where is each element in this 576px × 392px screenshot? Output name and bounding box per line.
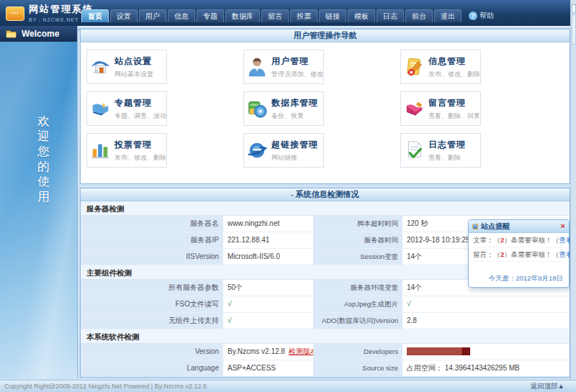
row-value: 50个	[223, 280, 313, 296]
tab-templates[interactable]: 模板	[348, 9, 375, 22]
row-value: 占用空间： 14.3964143426295 MB	[402, 360, 570, 376]
today-date: 今天是：2012年9月18日	[489, 274, 563, 283]
nav-card-grid: 站点设置 网站基本设置 用户管理 管理员添加、修改	[81, 42, 570, 183]
card-subtitle: 查看、删除	[428, 153, 466, 163]
tab-frontend[interactable]: 前台	[405, 9, 433, 22]
check-mark: √	[402, 296, 570, 312]
top-header-bar: ··· 网站管理系统 BY：NZCMS.NET 首页 设置 用户 信息 专题 数…	[0, 0, 576, 26]
row-label: 无组件上传支持	[81, 313, 223, 329]
card-subtitle: 管理员添加、修改	[271, 70, 323, 79]
nav-card-links[interactable]: 超链接管理 网站链接	[243, 133, 324, 168]
nav-card-logs[interactable]: 日志管理 查看、删除	[400, 133, 481, 168]
user-icon	[246, 56, 268, 78]
welcome-slogan: 欢迎您的使用	[37, 114, 52, 204]
card-title[interactable]: 投票管理	[114, 139, 166, 151]
welcome-label: Welcome	[22, 29, 59, 39]
row-label: Session变量	[313, 249, 402, 265]
card-subtitle: 网站基本设置	[114, 70, 153, 79]
row-value: 221.12.88.41	[223, 232, 313, 248]
reminder-line-guestbook: 留言：（2）条需要审核！（查看）	[473, 247, 564, 262]
row-label: FSO文件读写	[81, 296, 223, 312]
nav-card-guestbook[interactable]: 留言管理 查看、删除、回复	[400, 91, 481, 126]
tab-logout[interactable]: 退出	[434, 9, 462, 22]
tab-logs[interactable]: 日志	[377, 9, 404, 22]
bullet-icon: ▪	[292, 192, 294, 199]
tab-info[interactable]: 信息	[168, 9, 195, 22]
tab-settings[interactable]: 设置	[110, 9, 138, 22]
card-title[interactable]: 站点设置	[114, 55, 153, 68]
row-label: Developers	[313, 344, 402, 360]
developers-redacted-block: █████████████████	[407, 347, 470, 355]
reminder-text: ）条需要审核！（	[504, 250, 559, 258]
row-label: IISVersion	[81, 249, 223, 265]
row-value: By.Nzcms v2.12.8检测版本	[223, 344, 313, 360]
site-reminder-popup: 站点提醒 × 文章：（2）条需要审核！（查看） 留言：（2）条需要审核！（查看）…	[468, 219, 570, 288]
row-value: 2.8	[402, 313, 570, 329]
row-label: Language	[81, 360, 223, 376]
scroll-up-icon[interactable]	[572, 4, 576, 13]
row-value: ASP+ACCESS	[223, 360, 313, 376]
nav-card-topics[interactable]: 专题管理 专题、调查、滚动	[86, 91, 167, 126]
tab-links[interactable]: 链接	[319, 9, 346, 22]
tab-users[interactable]: 用户	[139, 9, 166, 22]
card-subtitle: 网站链接	[271, 153, 318, 163]
card-title[interactable]: 数据库管理	[271, 97, 318, 109]
app-logo-icon: ···	[6, 6, 24, 21]
help-link[interactable]: ? 帮助	[469, 9, 494, 22]
card-title[interactable]: 专题管理	[114, 97, 166, 109]
card-subtitle: 发布、修改、删除	[428, 70, 480, 79]
tab-home[interactable]: 首页	[81, 9, 109, 22]
group-header-software: 本系统软件检测	[81, 329, 570, 344]
tab-guestbook[interactable]: 留言	[261, 9, 289, 22]
scrollbar-thumb[interactable]	[572, 14, 576, 45]
card-title[interactable]: 留言管理	[428, 97, 480, 109]
row-label: Source size	[313, 360, 402, 376]
tab-database[interactable]: 数据库	[225, 9, 260, 22]
main-nav-tabs: 首页 设置 用户 信息 专题 数据库 留言 投票 链接 模板 日志 前台 退出 …	[81, 9, 494, 22]
home-icon	[89, 56, 111, 78]
tab-topics[interactable]: 专题	[197, 9, 224, 22]
reminder-line-articles: 文章：（2）条需要审核！（查看）	[473, 233, 564, 247]
row-label: 服务器时间	[313, 232, 402, 248]
popup-title-bar[interactable]: 站点提醒 ×	[469, 220, 569, 233]
back-to-top-link[interactable]: 返回顶部▲	[531, 380, 564, 392]
bar-chart-icon	[89, 140, 111, 161]
reminder-text: 留言：（	[473, 250, 500, 258]
row-value: █████████████████	[402, 344, 570, 360]
folder-icon	[6, 29, 17, 38]
nav-card-database[interactable]: 数据库管理 备份、恢复	[243, 91, 324, 126]
nav-card-site-settings[interactable]: 站点设置 网站基本设置	[86, 50, 167, 84]
card-subtitle: 备份、恢复	[271, 111, 318, 121]
sidebar-art: 欢迎您的使用	[0, 42, 77, 378]
card-subtitle: 查看、删除、回复	[428, 111, 480, 121]
popup-title: 站点提醒	[481, 222, 561, 232]
card-title[interactable]: 信息管理	[428, 55, 480, 68]
row-label: 服务器环境变量	[313, 280, 402, 296]
help-label: 帮助	[480, 11, 494, 21]
question-icon: ?	[469, 12, 477, 20]
blue-book-icon	[89, 98, 111, 119]
card-title[interactable]: 日志管理	[428, 139, 466, 151]
note-icon	[403, 56, 425, 78]
table-row: Version By.Nzcms v2.12.8检测版本 Developers …	[81, 344, 570, 360]
system-panel-title: ▪系统信息检测情况	[81, 188, 570, 201]
row-label: 服务器IP	[81, 232, 223, 248]
red-book-icon	[403, 98, 425, 119]
sidebar: Welcome 欢迎您的使用	[0, 26, 78, 378]
nav-card-users[interactable]: 用户管理 管理员添加、修改	[243, 50, 324, 84]
card-subtitle: 专题、调查、滚动	[114, 111, 166, 121]
nav-card-info[interactable]: 信息管理 发布、修改、删除	[400, 50, 481, 84]
row-label: AspJpeg生成图片	[313, 296, 402, 312]
check-mark: √	[223, 296, 313, 312]
row-label: 脚本超时时间	[313, 216, 402, 232]
row-value: www.ningzhi.net	[223, 216, 313, 232]
ie-icon	[246, 140, 268, 161]
close-icon[interactable]: ×	[561, 222, 565, 230]
tab-votes[interactable]: 投票	[290, 9, 318, 22]
table-row: 无组件上传支持 √ ADO(数据库访问)Version 2.8	[81, 313, 570, 329]
nav-card-votes[interactable]: 投票管理 发布、修改、删除	[86, 133, 167, 168]
vertical-scrollbar[interactable]	[570, 0, 576, 380]
nav-panel: 用户管理操作导航 站点设置 网站基本设置	[80, 29, 570, 184]
card-title[interactable]: 超链接管理	[271, 139, 318, 151]
card-title[interactable]: 用户管理	[271, 55, 323, 68]
